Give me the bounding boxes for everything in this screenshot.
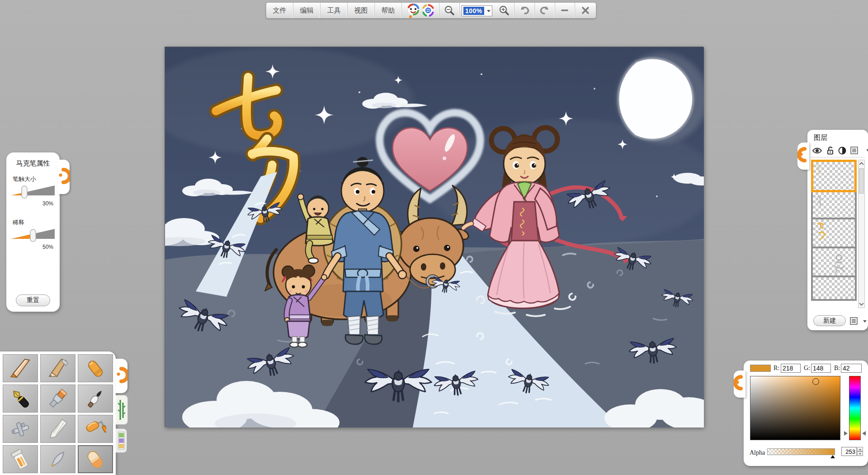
- blue-input[interactable]: [841, 364, 862, 373]
- green-label: G:: [804, 365, 810, 372]
- layers-collapse-handle[interactable]: [797, 142, 809, 170]
- menu-edit[interactable]: 编辑: [293, 3, 321, 18]
- layers-panel: 图层: [807, 130, 868, 330]
- tab-image-stamp-set[interactable]: [116, 428, 127, 453]
- hue-marker-left[interactable]: [844, 431, 848, 436]
- tool-flat-brush[interactable]: [40, 385, 75, 413]
- orange-grip-icon: [58, 160, 70, 194]
- minimize-button[interactable]: [555, 3, 575, 18]
- marker-properties-panel: 马克笔属性 笔触大小 30% 稀释 50% 重置: [6, 152, 60, 312]
- drawing-canvas[interactable]: [165, 47, 703, 427]
- hue-bar[interactable]: [849, 376, 861, 440]
- color-wheel-icon[interactable]: [422, 4, 434, 17]
- redo-icon: [539, 5, 550, 15]
- scroll-thumb[interactable]: [859, 168, 864, 194]
- layer-thumb-mark: [815, 163, 824, 175]
- new-layer-button[interactable]: 新建: [813, 315, 846, 326]
- menu-view[interactable]: 视图: [348, 3, 375, 18]
- alpha-label: Alpha: [750, 449, 765, 456]
- tool-airbrush[interactable]: [3, 415, 38, 443]
- crescent-moon: [617, 52, 704, 143]
- orange-grip-icon: [116, 359, 127, 393]
- zoom-level-value: 100%: [463, 7, 484, 15]
- chevron-down-icon: [487, 10, 491, 12]
- brush-size-slider[interactable]: [11, 183, 55, 200]
- tool-paint-roller[interactable]: [78, 415, 113, 443]
- visibility-eye-icon[interactable]: [812, 147, 822, 155]
- dilution-slider[interactable]: [11, 227, 55, 243]
- layer-row-2[interactable]: [811, 190, 857, 219]
- close-button[interactable]: [575, 3, 596, 18]
- blend-contrast-icon[interactable]: [838, 147, 846, 155]
- spin-down-button[interactable]: ▼: [857, 451, 863, 456]
- redo-button[interactable]: [535, 3, 555, 18]
- green-input[interactable]: [811, 364, 831, 373]
- tool-paper-blender[interactable]: [40, 445, 75, 473]
- menu-file[interactable]: 文件: [266, 3, 293, 18]
- layer-row-5[interactable]: [811, 276, 857, 301]
- menu-help[interactable]: 帮助: [375, 3, 402, 18]
- tool-glue-stick[interactable]: [3, 445, 38, 473]
- scroll-up-icon[interactable]: [859, 162, 864, 166]
- current-color-swatch: [750, 365, 771, 372]
- reset-button[interactable]: 重置: [16, 294, 50, 306]
- panel-collapse-handle[interactable]: [58, 160, 70, 194]
- saturation-value-picker[interactable]: [750, 376, 840, 440]
- zoom-in-button[interactable]: [494, 3, 514, 18]
- undo-button[interactable]: [514, 3, 535, 18]
- tool-ink-brush[interactable]: [78, 385, 113, 413]
- tool-marker-tip[interactable]: [78, 354, 113, 382]
- undo-icon: [519, 5, 530, 15]
- chevron-down-icon[interactable]: [866, 149, 868, 152]
- alpha-slider[interactable]: [767, 448, 835, 455]
- layer-thumb-mark: [816, 194, 827, 207]
- sv-selector-ring[interactable]: [812, 378, 819, 385]
- dilution-label: 稀释: [13, 218, 24, 227]
- tool-palette-knife[interactable]: [40, 415, 75, 443]
- layer-list-menu-icon: [850, 317, 859, 325]
- layer-row-4[interactable]: [811, 247, 857, 277]
- chevron-down-icon: [863, 320, 867, 323]
- layer-list-menu-icon[interactable]: [850, 147, 859, 155]
- bamboo-icon: [118, 398, 126, 422]
- color-picker-panel: R: G: B: Alpha ▲ ▼: [744, 361, 868, 466]
- layer-options-button[interactable]: [850, 317, 867, 325]
- tool-carving-knife[interactable]: [3, 354, 38, 382]
- close-icon: [581, 6, 590, 14]
- red-input[interactable]: [781, 364, 801, 373]
- color-collapse-handle[interactable]: [734, 370, 745, 398]
- zoom-level-select[interactable]: 100%: [462, 5, 492, 16]
- alpha-input[interactable]: [841, 447, 857, 456]
- layer-list: [811, 160, 857, 299]
- tab-bamboo-brush-set[interactable]: [116, 395, 128, 425]
- tool-palette: [0, 352, 116, 475]
- layers-title: 图层: [814, 133, 827, 142]
- layer-row-1[interactable]: [811, 160, 857, 192]
- menu-tools[interactable]: 工具: [321, 3, 348, 18]
- panel-title: 马克笔属性: [6, 152, 60, 168]
- orange-grip-icon: [734, 370, 745, 398]
- layer-scrollbar[interactable]: [858, 160, 865, 308]
- palette-collapse-handle[interactable]: [116, 359, 127, 393]
- hue-marker-right[interactable]: [862, 431, 866, 436]
- blue-label: B:: [834, 365, 840, 372]
- tool-pencil[interactable]: [40, 354, 75, 382]
- top-toolbar: 文件 编辑 工具 视图 帮助 100%: [266, 2, 596, 19]
- brush-size-label: 笔触大小: [13, 175, 36, 183]
- minimize-icon: [561, 10, 568, 11]
- spin-up-button[interactable]: ▲: [857, 447, 863, 451]
- stamp-image-icon: [118, 432, 125, 450]
- layer-thumb-mark: [815, 221, 827, 241]
- layer-row-3[interactable]: [811, 218, 857, 248]
- tool-eraser[interactable]: [78, 445, 113, 473]
- palette-face-icon[interactable]: [406, 3, 420, 18]
- divider: [811, 157, 864, 157]
- alpha-marker[interactable]: [830, 455, 835, 458]
- red-label: R:: [774, 365, 779, 372]
- unlock-icon[interactable]: [826, 146, 834, 155]
- scroll-down-icon[interactable]: [859, 302, 864, 306]
- tool-fountain-pen[interactable]: [3, 385, 38, 413]
- zoom-out-button[interactable]: [439, 3, 460, 18]
- magnifier-plus-icon: [499, 5, 509, 16]
- brush-size-value: 30%: [42, 200, 53, 207]
